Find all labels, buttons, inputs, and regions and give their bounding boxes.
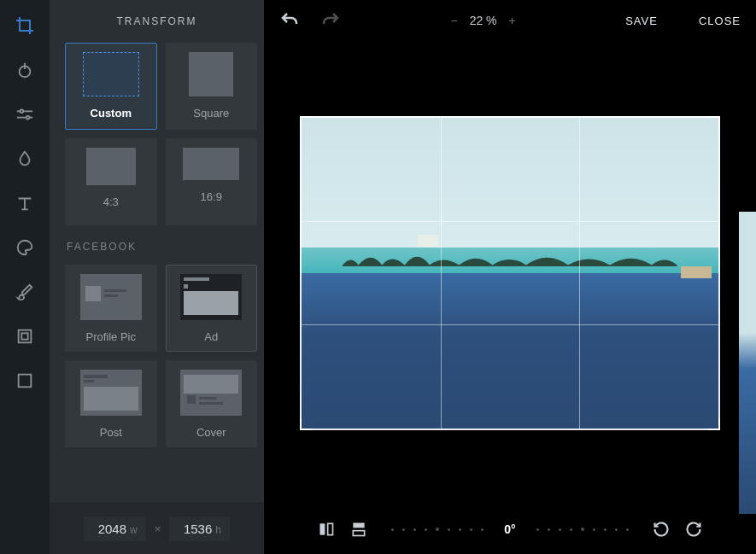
rotate-cw-icon[interactable] [685, 521, 702, 538]
width-input[interactable] [92, 522, 126, 536]
rotation-angle: 0° [499, 522, 520, 536]
preset-4-3[interactable]: 4:3 [65, 138, 157, 225]
height-unit: h [215, 524, 221, 536]
brush-icon[interactable] [15, 282, 35, 302]
svg-rect-5 [19, 375, 32, 388]
preset-thumb [189, 52, 233, 96]
width-unit: w [130, 524, 138, 536]
svg-point-2 [26, 116, 30, 120]
zoom-out-button[interactable]: − [450, 14, 457, 27]
topbar: − 22 % + SAVE CLOSE [264, 0, 756, 41]
preset-label: Custom [91, 107, 132, 120]
svg-rect-4 [21, 333, 27, 339]
crop-icon[interactable] [15, 15, 35, 36]
section-facebook: FACEBOOK [67, 241, 257, 253]
save-button[interactable]: SAVE [625, 15, 658, 27]
droplet-icon[interactable] [15, 149, 35, 169]
rotation-slider-right[interactable] [536, 528, 629, 531]
svg-rect-8 [354, 523, 365, 528]
power-icon[interactable] [15, 60, 35, 80]
close-button[interactable]: CLOSE [699, 15, 741, 27]
preset-label: 4:3 [103, 195, 119, 208]
preset-thumb [86, 148, 136, 185]
svg-rect-6 [320, 523, 325, 534]
svg-rect-9 [354, 531, 365, 536]
preset-thumb [180, 274, 242, 320]
preset-label: Ad [204, 330, 218, 343]
preset-fb-profile[interactable]: Profile Pic [65, 265, 157, 352]
svg-rect-7 [328, 523, 333, 534]
height-input[interactable] [178, 522, 212, 536]
rotate-ccw-icon[interactable] [653, 521, 670, 538]
crop-frame[interactable] [300, 116, 720, 430]
preset-thumb [83, 52, 139, 96]
transform-panel: TRANSFORM Custom Square 4:3 16:9 FACEBOO… [50, 0, 264, 554]
zoom-controls: − 22 % + [361, 14, 605, 27]
width-group: w [84, 516, 146, 541]
sliders-icon[interactable] [15, 104, 35, 125]
preset-label: Post [100, 426, 122, 439]
preset-label: Cover [196, 426, 226, 439]
panel-body[interactable]: Custom Square 4:3 16:9 FACEBOOK Profile [50, 43, 264, 503]
canvas-wrap[interactable] [264, 41, 756, 504]
preset-label: Square [193, 107, 229, 120]
photo-preview [300, 116, 720, 430]
resize-icon[interactable] [15, 370, 35, 391]
height-group: h [169, 516, 230, 541]
preset-label: Profile Pic [85, 330, 136, 343]
preset-label: 16:9 [201, 190, 222, 203]
palette-icon[interactable] [15, 237, 35, 258]
type-icon[interactable] [15, 193, 35, 213]
preset-fb-ad[interactable]: Ad [166, 265, 258, 352]
bottombar: 0° [264, 504, 756, 554]
frame-icon[interactable] [15, 326, 35, 347]
flip-vertical-icon[interactable] [350, 521, 367, 538]
svg-rect-3 [19, 330, 32, 343]
preset-fb-post[interactable]: Post [65, 360, 157, 447]
preset-custom[interactable]: Custom [65, 43, 157, 130]
rotation-slider[interactable] [391, 528, 483, 531]
panel-title: TRANSFORM [50, 0, 264, 43]
preset-square[interactable]: Square [166, 43, 258, 130]
preset-fb-cover[interactable]: Cover [166, 360, 258, 447]
zoom-value: 22 % [470, 14, 497, 27]
preset-thumb [183, 148, 239, 180]
preset-thumb [80, 370, 142, 416]
preset-thumb [180, 370, 242, 416]
dimensions-footer: w × h [50, 503, 264, 554]
redo-button[interactable] [320, 10, 341, 31]
image-overflow [739, 212, 756, 514]
dimension-lock-icon[interactable]: × [153, 522, 163, 535]
preset-16-9[interactable]: 16:9 [166, 138, 258, 225]
svg-point-1 [21, 110, 24, 114]
flip-horizontal-icon[interactable] [318, 521, 335, 538]
canvas-area: − 22 % + SAVE CLOSE [264, 0, 756, 554]
tool-rail [0, 0, 50, 554]
preset-thumb [80, 274, 142, 320]
undo-button[interactable] [279, 10, 300, 31]
zoom-in-button[interactable]: + [509, 14, 516, 27]
